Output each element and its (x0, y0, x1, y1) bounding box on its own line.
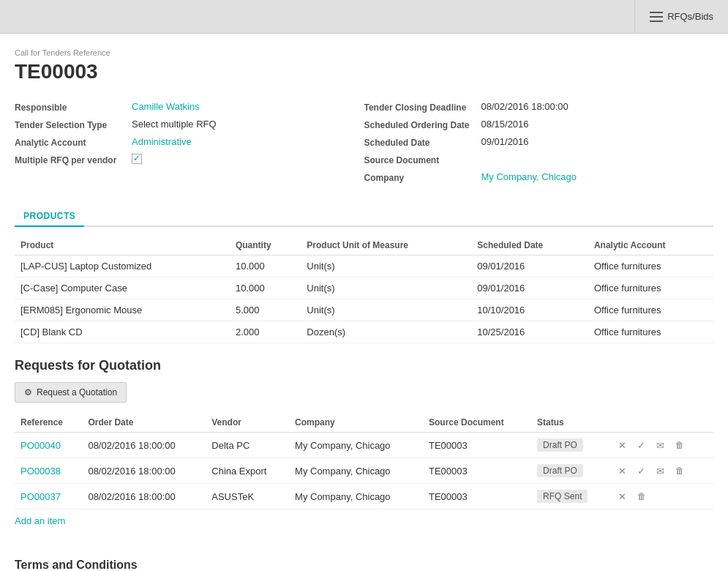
product-analytic: Office furnitures (588, 321, 713, 343)
label-multiple-rfq: Multiple RFQ per vendor (15, 154, 132, 165)
rfq-vendor: Delta PC (206, 433, 289, 458)
rfq-header-row: Reference Order Date Vendor Company Sour… (15, 413, 713, 433)
rfq-actions: ✕ ✓ ✉ 🗑 (609, 458, 713, 484)
rfq-actions: ✕ 🗑 (609, 484, 713, 510)
terms-title: Terms and Conditions (15, 559, 713, 571)
field-company: Company My Company, Chicago (364, 171, 714, 183)
form-label: Call for Tenders Reference (15, 48, 713, 57)
tab-bar: PRODUCTS (15, 206, 713, 227)
rfq-order-date: 08/02/2016 18:00:00 (82, 458, 206, 484)
product-sched-date: 09/01/2016 (471, 277, 588, 299)
value-tender-selection: Select multiple RFQ (132, 119, 217, 130)
col-status: Status (531, 413, 609, 433)
list-icon (650, 12, 663, 22)
col-product: Product (15, 236, 230, 255)
field-scheduled-date: Scheduled Date 09/01/2016 (364, 136, 714, 148)
product-name: [ERM085] Ergonomic Mouse (15, 299, 230, 321)
rfq-reference[interactable]: PO00038 (15, 458, 82, 484)
confirm-icon[interactable]: ✓ (634, 438, 649, 452)
request-quotation-label: Request a Quotation (37, 387, 117, 398)
rfq-row: PO00038 08/02/2016 18:00:00 China Export… (15, 458, 713, 484)
field-multiple-rfq: Multiple RFQ per vendor (15, 154, 364, 165)
rfq-source: TE00003 (423, 458, 531, 484)
field-ordering-date: Scheduled Ordering Date 08/15/2016 (364, 119, 714, 130)
rfq-section-title: Requests for Quotation (15, 358, 713, 373)
add-item-link[interactable]: Add an item (15, 515, 65, 526)
status-badge: Draft PO (537, 464, 583, 477)
rfq-reference[interactable]: PO00040 (15, 433, 82, 458)
delete-icon[interactable]: ✕ (615, 463, 630, 478)
product-analytic: Office furnitures (588, 277, 713, 299)
label-responsible: Responsible (15, 101, 132, 113)
product-uom: Unit(s) (301, 277, 471, 299)
rfq-table: Reference Order Date Vendor Company Sour… (15, 413, 713, 510)
value-company[interactable]: My Company, Chicago (481, 171, 577, 182)
value-responsible[interactable]: Camille Watkins (132, 101, 200, 112)
product-name: [LAP-CUS] Laptop Customized (15, 255, 230, 277)
product-quantity: 2.000 (230, 321, 301, 343)
delete-icon[interactable]: ✕ (615, 438, 630, 452)
col-source-doc: Source Document (423, 413, 531, 433)
product-quantity: 10.000 (230, 255, 301, 277)
rfq-company: My Company, Chicago (289, 458, 423, 484)
email-icon[interactable]: ✉ (653, 463, 668, 478)
col-actions (609, 413, 713, 433)
nav-item-rfqs[interactable]: RFQs/Bids (634, 0, 728, 33)
col-uom: Product Unit of Measure (301, 236, 471, 255)
confirm-icon[interactable]: ✓ (634, 463, 649, 478)
col-analytic: Analytic Account (588, 236, 713, 255)
tab-products[interactable]: PRODUCTS (15, 206, 84, 227)
table-row[interactable]: [C-Case] Computer Case 10.000 Unit(s) 09… (15, 277, 713, 299)
product-quantity: 5.000 (230, 299, 301, 321)
product-uom: Dozen(s) (301, 321, 471, 343)
products-table: Product Quantity Product Unit of Measure… (15, 236, 713, 343)
rfq-source: TE00003 (423, 484, 531, 510)
rfq-order-date: 08/02/2016 18:00:00 (82, 433, 206, 458)
rfq-source: TE00003 (423, 433, 531, 458)
product-sched-date: 10/10/2016 (471, 299, 588, 321)
rfq-status: Draft PO (531, 433, 609, 458)
delete-icon[interactable]: ✕ (615, 489, 630, 504)
label-ordering-date: Scheduled Ordering Date (364, 119, 481, 130)
product-analytic: Office furnitures (588, 299, 713, 321)
product-sched-date: 09/01/2016 (471, 255, 588, 277)
product-name: [C-Case] Computer Case (15, 277, 230, 299)
table-row[interactable]: [CD] Blank CD 2.000 Dozen(s) 10/25/2016 … (15, 321, 713, 343)
record-id: TE00003 (15, 60, 713, 83)
col-order-date: Order Date (82, 413, 206, 433)
rfq-row: PO00040 08/02/2016 18:00:00 Delta PC My … (15, 433, 713, 458)
fields-right: Tender Closing Deadline 08/02/2016 18:00… (364, 101, 714, 189)
col-vendor: Vendor (206, 413, 289, 433)
trash-icon[interactable]: 🗑 (672, 438, 687, 452)
table-row[interactable]: [ERM085] Ergonomic Mouse 5.000 Unit(s) 1… (15, 299, 713, 321)
rfq-vendor: China Export (206, 458, 289, 484)
nav-item-rfqs-label: RFQs/Bids (667, 11, 713, 22)
value-analytic[interactable]: Administrative (132, 136, 192, 147)
rfq-order-date: 08/02/2016 18:00:00 (82, 484, 206, 510)
email-icon[interactable]: ✉ (653, 438, 668, 452)
rfq-company: My Company, Chicago (289, 433, 423, 458)
rfq-vendor: ASUSTeK (206, 484, 289, 510)
label-closing-deadline: Tender Closing Deadline (364, 101, 481, 113)
label-tender-selection: Tender Selection Type (15, 119, 132, 130)
product-name: [CD] Blank CD (15, 321, 230, 343)
status-badge: Draft PO (537, 438, 583, 452)
checkbox-multiple-rfq[interactable] (132, 154, 142, 164)
main-content: Call for Tenders Reference TE00003 Respo… (0, 34, 728, 571)
rfq-company: My Company, Chicago (289, 484, 423, 510)
request-quotation-button[interactable]: ⚙ Request a Quotation (15, 382, 127, 403)
product-analytic: Office furnitures (588, 255, 713, 277)
col-quantity: Quantity (230, 236, 301, 255)
gear-icon: ⚙ (24, 387, 32, 398)
product-sched-date: 10/25/2016 (471, 321, 588, 343)
trash-icon[interactable]: 🗑 (634, 489, 649, 504)
trash-icon[interactable]: 🗑 (672, 463, 687, 478)
rfq-status: Draft PO (531, 458, 609, 484)
product-uom: Unit(s) (301, 299, 471, 321)
rfq-reference[interactable]: PO00037 (15, 484, 82, 510)
rfq-status: RFQ Sent (531, 484, 609, 510)
value-closing-deadline: 08/02/2016 18:00:00 (481, 101, 568, 112)
top-bar: RFQs/Bids (0, 0, 728, 34)
field-analytic: Analytic Account Administrative (15, 136, 364, 148)
table-row[interactable]: [LAP-CUS] Laptop Customized 10.000 Unit(… (15, 255, 713, 277)
